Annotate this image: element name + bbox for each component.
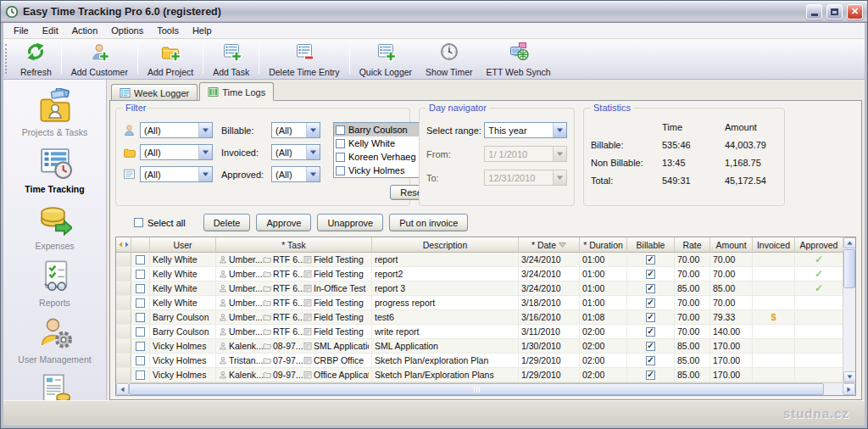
toolbar-add-project-button[interactable]: Add Project [141,41,200,77]
grid-column-header-billable[interactable]: Billable [627,237,675,253]
sidebar-item-reports[interactable]: Reports [3,257,106,309]
billable-checkbox[interactable]: ✓ [646,342,655,351]
user-checkbox[interactable] [336,153,345,162]
billable-checkbox[interactable]: ✓ [646,370,655,380]
row-selector-cell[interactable] [116,253,131,266]
minimize-button[interactable] [806,4,822,20]
billable-checkbox[interactable]: ✓ [646,284,655,293]
chevron-down-icon[interactable] [553,123,566,137]
grid-column-header-duration[interactable]: * Duration [580,237,627,253]
row-checkbox[interactable] [136,370,145,380]
row-selector-cell[interactable] [116,296,131,309]
grid-column-header-invoiced[interactable]: Invoiced [753,237,795,253]
row-checkbox[interactable] [136,327,145,337]
toolbar-add-task-button[interactable]: Add Task [206,41,256,77]
menu-edit[interactable]: Edit [36,24,65,37]
menu-action[interactable]: Action [65,24,105,37]
sidebar-item-user-management[interactable]: User Management [3,314,106,366]
select-all-checkbox[interactable] [134,218,143,227]
grid-column-header-date[interactable]: * Date [519,237,580,253]
customer-filter-combo[interactable]: (All) [140,122,213,138]
approved-filter-combo[interactable]: (All) [271,166,320,182]
billable-checkbox[interactable]: ✓ [646,298,655,308]
unapprove-button[interactable]: Unapprove [317,214,383,231]
sidebar-item-projects-tasks[interactable]: Projects & Tasks [3,86,106,139]
billable-checkbox[interactable]: ✓ [646,255,655,265]
table-row[interactable]: Vicky HolmesKalenk...09-97...Office Appl… [116,368,843,382]
user-list-item[interactable]: Koreen Verhaeg [334,150,422,164]
user-list-item[interactable]: Vicky Holmes [334,164,422,177]
user-checkbox[interactable] [336,166,345,176]
billable-checkbox[interactable]: ✓ [646,270,655,279]
menu-help[interactable]: Help [186,24,219,37]
grid-scroll-down-button[interactable] [843,371,856,382]
chevron-down-icon[interactable] [306,145,320,159]
row-selector-cell[interactable] [116,354,131,367]
grid-scroll-left-button[interactable] [116,383,129,395]
toolbar-quick-logger-button[interactable]: Quick Logger [353,41,419,77]
grid-scroll-up-button[interactable] [843,237,856,248]
row-selector-cell[interactable] [116,281,131,295]
chevron-down-icon[interactable] [198,145,212,159]
close-button[interactable]: ✕ [847,4,863,20]
grid-column-header-approved[interactable]: Approved [795,237,843,253]
billable-checkbox[interactable]: ✓ [646,356,655,365]
grid-column-header-amount[interactable]: Amount [710,237,753,253]
toolbar-add-customer-button[interactable]: Add Customer [64,41,135,77]
user-list-item[interactable]: Kelly White [334,136,422,150]
table-row[interactable]: Barry CoulsonUmber...RTF 6...Field Testi… [116,310,843,325]
chevron-down-icon[interactable] [306,167,320,181]
select-range-combo[interactable]: This year [484,122,567,138]
grid-scroll-right-button[interactable] [843,383,855,395]
row-checkbox[interactable] [136,270,145,279]
delete-button[interactable]: Delete [203,214,251,231]
table-row[interactable]: Barry CoulsonUmber...RTF 6...Field Testi… [116,325,843,339]
grid-vscroll-thumb[interactable] [843,249,855,288]
grid-hscroll-thumb[interactable] [129,383,824,395]
table-row[interactable]: Vicky HolmesKalenk...08-97...SML Applica… [116,339,843,354]
table-row[interactable]: Vicky HolmesTristan...07-97...CRBP Offic… [116,354,843,368]
row-checkbox[interactable] [136,298,145,308]
put-on-invoice-button[interactable]: Put on invoice [389,214,468,231]
table-row[interactable]: Kelly WhiteUmber...RTF 6...Field Testing… [116,267,843,281]
table-row[interactable]: Kelly WhiteUmber...RTF 6...Field Testing… [116,253,843,267]
grid-horizontal-scrollbar[interactable] [116,382,855,395]
row-checkbox[interactable] [136,313,145,322]
row-selector-cell[interactable] [116,325,131,338]
toolbar-grip[interactable] [5,44,12,74]
task-filter-combo[interactable]: (All) [140,166,213,182]
row-selector-cell[interactable] [116,368,131,382]
billable-filter-combo[interactable]: (All) [271,122,320,138]
user-checkbox[interactable] [336,139,345,148]
chevron-down-icon[interactable] [198,167,212,181]
chevron-down-icon[interactable] [198,123,212,137]
toolbar-ett-web-synch-button[interactable]: ETT Web Synch [480,41,558,77]
billable-checkbox[interactable]: ✓ [646,313,655,322]
menu-tools[interactable]: Tools [150,24,186,37]
row-checkbox[interactable] [136,255,145,265]
grid-column-header-select[interactable] [131,237,150,253]
grid-column-header-rate[interactable]: Rate [675,237,710,253]
table-row[interactable]: Kelly WhiteUmber...RTF 6...Field Testing… [116,296,843,310]
menu-options[interactable]: Options [104,24,150,37]
menu-file[interactable]: File [7,24,36,37]
grid-column-header-description[interactable]: Description [372,237,519,253]
row-checkbox[interactable] [136,356,145,365]
approve-button[interactable]: Approve [256,214,311,231]
table-row[interactable]: Kelly WhiteUmber...RTF 6...In-Office Tes… [116,281,843,296]
chevron-down-icon[interactable] [306,123,320,137]
tab-time-logs[interactable]: Time Logs [199,82,274,101]
row-checkbox[interactable] [136,284,145,293]
project-filter-combo[interactable]: (All) [140,144,213,160]
sidebar-item-expenses[interactable]: Expenses [3,200,106,253]
grid-column-header-task[interactable]: * Task [216,237,372,253]
row-checkbox[interactable] [136,342,145,351]
sidebar-item-time-tracking[interactable]: Time Tracking [3,143,106,196]
user-checkbox[interactable] [336,125,345,135]
grid-column-header-marker[interactable] [116,237,131,253]
toolbar-delete-time-entry-button[interactable]: Delete Time Entry [262,41,346,77]
row-selector-cell[interactable] [116,310,131,324]
row-selector-cell[interactable] [116,267,131,281]
user-list-item[interactable]: Barry Coulson [334,123,422,136]
invoiced-filter-combo[interactable]: (All) [271,144,320,160]
